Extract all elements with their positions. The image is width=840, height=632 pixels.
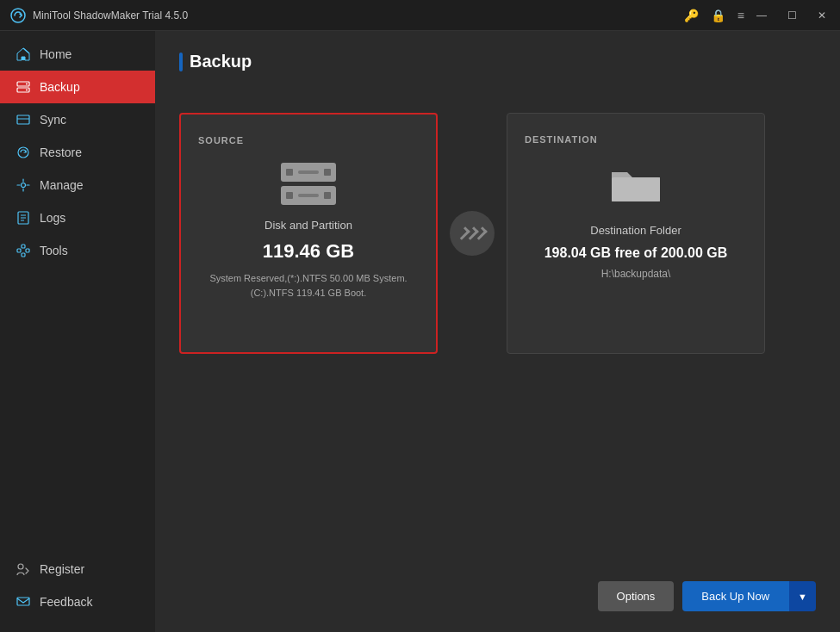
- svg-rect-15: [22, 245, 25, 248]
- backup-cards-row: SOURCE Dis: [179, 96, 816, 371]
- key-icon[interactable]: 🔑: [684, 9, 699, 22]
- arrow-area: [438, 211, 507, 256]
- options-button[interactable]: Options: [598, 581, 675, 611]
- sidebar-label-tools: Tools: [40, 244, 68, 257]
- sidebar-label-backup: Backup: [40, 80, 80, 94]
- disk-slot-bottom: [281, 186, 336, 205]
- tools-icon: [16, 243, 31, 258]
- maximize-button[interactable]: ☐: [784, 8, 800, 23]
- sidebar-item-feedback[interactable]: Feedback: [0, 586, 155, 618]
- destination-free-size: 198.04 GB free of 200.00 GB: [544, 245, 728, 261]
- feedback-icon: [16, 594, 31, 610]
- destination-type-label: Destination Folder: [590, 224, 681, 237]
- sidebar-item-manage[interactable]: Manage: [0, 169, 155, 201]
- title-accent-bar: [179, 53, 183, 71]
- backup-dropdown-button[interactable]: ▼: [788, 581, 816, 611]
- lock-icon[interactable]: 🔒: [711, 9, 725, 22]
- sidebar-label-register: Register: [40, 562, 84, 576]
- svg-rect-14: [17, 249, 21, 252]
- close-button[interactable]: ✕: [814, 8, 830, 23]
- svg-point-4: [26, 84, 28, 85]
- destination-path: H:\backupdata\: [601, 268, 671, 280]
- sync-icon: [16, 112, 31, 127]
- arrow-button[interactable]: [450, 211, 495, 256]
- main-layout: Home Backup Sync: [0, 31, 840, 632]
- sidebar-item-logs[interactable]: Logs: [0, 201, 155, 234]
- home-icon: [16, 46, 31, 62]
- chevron-group: [460, 227, 484, 239]
- sidebar-label-manage: Manage: [40, 178, 84, 192]
- source-icon-area: [281, 163, 336, 205]
- sidebar-bottom: Register Feedback: [0, 553, 155, 632]
- sidebar-label-restore: Restore: [40, 146, 82, 159]
- backup-button-group: Back Up Now ▼: [682, 581, 816, 611]
- svg-rect-16: [22, 253, 25, 257]
- app-logo-icon: [10, 8, 26, 23]
- destination-card[interactable]: DESTINATION Destination Folder 198.04 GB…: [507, 113, 765, 354]
- sidebar-item-sync[interactable]: Sync: [0, 103, 155, 136]
- destination-icon-area: [608, 162, 663, 210]
- disk-slot-top: [281, 163, 336, 182]
- sidebar-label-home: Home: [40, 47, 72, 61]
- manage-icon: [16, 177, 31, 193]
- register-icon: [16, 561, 31, 577]
- svg-point-18: [18, 564, 23, 569]
- sidebar-label-feedback: Feedback: [40, 595, 92, 609]
- source-size: 119.46 GB: [263, 240, 354, 263]
- source-type-label: Disk and Partition: [264, 219, 352, 232]
- titlebar-icon-group: 🔑 🔒 ≡: [684, 9, 744, 22]
- sidebar-label-sync: Sync: [40, 113, 66, 127]
- sidebar-item-tools[interactable]: Tools: [0, 234, 155, 267]
- svg-point-5: [26, 90, 28, 91]
- sidebar-item-restore[interactable]: Restore: [0, 136, 155, 169]
- bottom-action-bar: Options Back Up Now ▼: [179, 569, 816, 611]
- sidebar-item-register[interactable]: Register: [0, 553, 155, 586]
- svg-rect-6: [17, 115, 29, 124]
- source-details: System Reserved,(*:).NTFS 50.00 MB Syste…: [209, 271, 407, 300]
- backup-now-button[interactable]: Back Up Now: [682, 581, 788, 611]
- menu-icon[interactable]: ≡: [737, 9, 744, 22]
- minimize-button[interactable]: —: [753, 8, 770, 23]
- source-label: SOURCE: [198, 135, 244, 146]
- window-controls: — ☐ ✕: [753, 8, 830, 23]
- app-title: MiniTool ShadowMaker Trial 4.5.0: [33, 9, 684, 22]
- sidebar-item-home[interactable]: Home: [0, 38, 155, 71]
- restore-icon: [16, 145, 31, 160]
- backup-icon: [16, 79, 31, 95]
- page-title: Backup: [179, 52, 816, 71]
- disk-partition-icon: [281, 163, 336, 205]
- sidebar-item-backup[interactable]: Backup: [0, 71, 155, 103]
- source-card[interactable]: SOURCE Dis: [179, 113, 438, 354]
- svg-point-9: [22, 183, 26, 188]
- svg-rect-17: [26, 249, 29, 252]
- sidebar: Home Backup Sync: [0, 31, 155, 632]
- svg-point-0: [11, 9, 25, 22]
- svg-rect-19: [17, 598, 29, 605]
- sidebar-label-logs: Logs: [40, 211, 65, 225]
- svg-point-8: [18, 147, 28, 158]
- svg-rect-1: [22, 57, 25, 60]
- content-area: Backup SOURCE: [155, 31, 840, 632]
- folder-icon: [608, 162, 663, 210]
- logs-icon: [16, 210, 31, 226]
- destination-label: DESTINATION: [525, 134, 598, 145]
- svg-rect-20: [612, 177, 660, 201]
- titlebar: MiniTool ShadowMaker Trial 4.5.0 🔑 🔒 ≡ —…: [0, 0, 840, 31]
